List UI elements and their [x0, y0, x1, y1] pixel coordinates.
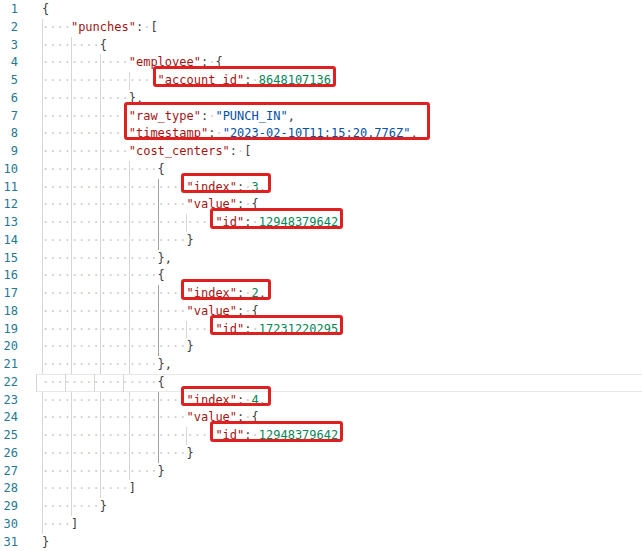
code-line[interactable]: 2····"punches":·[: [0, 19, 642, 37]
code-content: ····················"index":·3,: [42, 179, 642, 197]
code-line[interactable]: 25························"id":·12948379…: [0, 427, 642, 445]
line-number[interactable]: 29: [0, 498, 42, 516]
line-number[interactable]: 10: [0, 161, 42, 179]
line-number[interactable]: 1: [0, 1, 42, 19]
line-number[interactable]: 2: [0, 19, 42, 37]
code-line[interactable]: 10················{: [0, 161, 642, 179]
json-punctuation: }: [187, 233, 194, 247]
json-punctuation: ,: [288, 109, 295, 123]
code-content: ················}: [42, 463, 642, 481]
code-line[interactable]: 28············]: [0, 480, 642, 498]
whitespace-dots: ············: [42, 481, 129, 495]
code-line[interactable]: 4············"employee":·{: [0, 54, 642, 72]
line-number[interactable]: 11: [0, 179, 42, 197]
code-line[interactable]: 26····················}: [0, 445, 642, 463]
code-content: ························"id":·1294837964…: [42, 427, 642, 445]
line-number[interactable]: 27: [0, 463, 42, 481]
line-number[interactable]: 18: [0, 303, 42, 321]
code-line[interactable]: 22················{: [0, 374, 642, 392]
line-number[interactable]: 19: [0, 321, 42, 339]
code-line[interactable]: 31}: [0, 534, 642, 551]
line-number[interactable]: 28: [0, 480, 42, 498]
code-line[interactable]: 3········{: [0, 37, 642, 55]
code-line[interactable]: 9············"cost_centers":·[: [0, 143, 642, 161]
line-number[interactable]: 31: [0, 534, 42, 551]
indent-guide: [129, 356, 130, 374]
line-number[interactable]: 4: [0, 54, 42, 72]
line-number[interactable]: 5: [0, 72, 42, 90]
line-number[interactable]: 20: [0, 338, 42, 356]
whitespace-dots: ············: [42, 144, 129, 158]
code-line[interactable]: 20····················}: [0, 338, 642, 356]
line-number[interactable]: 12: [0, 196, 42, 214]
indent-guide: [42, 427, 43, 445]
code-line[interactable]: 16················{: [0, 267, 642, 285]
code-line[interactable]: 11····················"index":·3,: [0, 179, 642, 197]
indent-guide: [100, 179, 101, 197]
indent-guide: [42, 392, 43, 410]
code-line[interactable]: 27················}: [0, 463, 642, 481]
code-line[interactable]: 17····················"index":·2,: [0, 285, 642, 303]
line-number[interactable]: 16: [0, 267, 42, 285]
line-number[interactable]: 23: [0, 392, 42, 410]
line-number[interactable]: 24: [0, 409, 42, 427]
indent-guide: [71, 54, 72, 72]
code-line[interactable]: 30····]: [0, 516, 642, 534]
code-line[interactable]: 29········}: [0, 498, 642, 516]
line-number[interactable]: 7: [0, 108, 42, 126]
line-number[interactable]: 25: [0, 427, 42, 445]
code-line[interactable]: 15················},: [0, 250, 642, 268]
json-number: 17231220295: [259, 322, 338, 336]
indent-guide: [42, 516, 43, 534]
code-line[interactable]: 23····················"index":·4,: [0, 392, 642, 410]
code-line[interactable]: 7············"raw_type":·"PUNCH_IN",: [0, 108, 642, 126]
code-content: ················"account_id":·8648107136: [42, 72, 642, 90]
code-content: ············"cost_centers":·[: [42, 143, 642, 161]
line-number[interactable]: 15: [0, 250, 42, 268]
json-punctuation: {: [42, 2, 49, 16]
json-string: "2023-02-10T11:15:20.776Z": [223, 126, 411, 140]
json-punctuation: ,: [411, 126, 418, 140]
line-number[interactable]: 21: [0, 356, 42, 374]
line-number[interactable]: 14: [0, 232, 42, 250]
code-line[interactable]: 1{: [0, 1, 642, 19]
json-punctuation: {: [100, 38, 107, 52]
line-number[interactable]: 3: [0, 37, 42, 55]
indent-guide: [100, 463, 101, 481]
json-editor[interactable]: 1{2····"punches":·[3········{4··········…: [0, 0, 642, 551]
code-line[interactable]: 12····················"value":·{: [0, 196, 642, 214]
line-number[interactable]: 9: [0, 143, 42, 161]
line-number[interactable]: 6: [0, 90, 42, 108]
code-content: {: [42, 1, 642, 19]
code-line[interactable]: 13························"id":·12948379…: [0, 214, 642, 232]
code-content: ····················"index":·4,: [42, 392, 642, 410]
code-line[interactable]: 5················"account_id":·864810713…: [0, 72, 642, 90]
indent-guide: [71, 214, 72, 232]
line-number[interactable]: 17: [0, 285, 42, 303]
json-punctuation: ,: [259, 286, 266, 300]
indent-guide: [129, 285, 130, 303]
code-line[interactable]: 19························"id":·17231220…: [0, 321, 642, 339]
code-line[interactable]: 24····················"value":·{: [0, 409, 642, 427]
json-punctuation: ]: [71, 517, 78, 531]
json-key: "value": [187, 410, 238, 424]
json-punctuation: },: [129, 91, 143, 105]
line-number[interactable]: 26: [0, 445, 42, 463]
indent-guide: [65, 374, 66, 392]
line-number[interactable]: 13: [0, 214, 42, 232]
code-line[interactable]: 6············},: [0, 90, 642, 108]
whitespace-dots: ····················: [42, 446, 187, 460]
indent-guide: [71, 232, 72, 250]
indent-guide: [129, 463, 130, 481]
json-key: "employee": [129, 55, 201, 69]
indent-guide: [42, 179, 43, 197]
code-line[interactable]: 18····················"value":·{: [0, 303, 642, 321]
code-line[interactable]: 21················},: [0, 356, 642, 374]
line-number[interactable]: 8: [0, 125, 42, 143]
code-line[interactable]: 8············"timestamp":·"2023-02-10T11…: [0, 125, 642, 143]
code-line[interactable]: 14····················}: [0, 232, 642, 250]
json-punctuation: },: [158, 357, 172, 371]
code-content: ················{: [36, 374, 642, 392]
code-content: ············"timestamp":·"2023-02-10T11:…: [42, 125, 642, 143]
line-number[interactable]: 30: [0, 516, 42, 534]
